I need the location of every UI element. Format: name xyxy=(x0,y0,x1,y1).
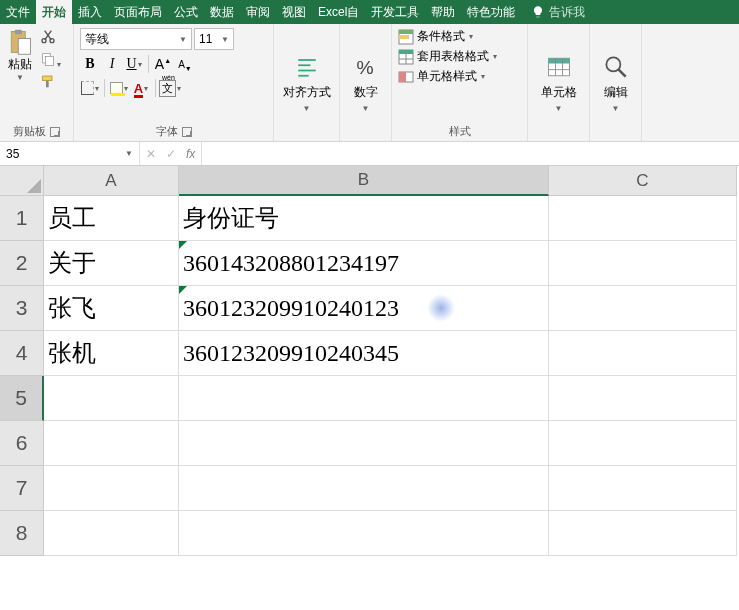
cell[interactable] xyxy=(549,511,737,556)
cell[interactable] xyxy=(179,376,549,421)
font-size-select[interactable]: 11▼ xyxy=(194,28,234,50)
cell-style-button[interactable]: 单元格样式▾ xyxy=(398,68,497,85)
cell[interactable] xyxy=(549,466,737,511)
dropdown-icon: ▼ xyxy=(179,35,187,44)
italic-button[interactable]: I xyxy=(102,54,122,74)
cell[interactable] xyxy=(549,331,737,376)
bold-button[interactable]: B xyxy=(80,54,100,74)
row-header[interactable]: 2 xyxy=(0,241,44,286)
row-header[interactable]: 8 xyxy=(0,511,44,556)
name-box[interactable]: 35 ▼ xyxy=(0,142,140,165)
group-font-label: 字体 xyxy=(156,124,178,139)
font-color-button[interactable]: A▾ xyxy=(131,78,151,98)
tell-me-search[interactable]: 告诉我 xyxy=(525,0,591,24)
cursor-highlight xyxy=(427,294,455,322)
col-header-C[interactable]: C xyxy=(549,166,737,196)
editing-button[interactable]: 编辑 ▼ xyxy=(596,53,635,113)
tab-data[interactable]: 数据 xyxy=(204,0,240,24)
cell[interactable]: 张飞 xyxy=(44,286,179,331)
dialog-launcher-icon[interactable] xyxy=(182,127,192,137)
select-all-corner[interactable] xyxy=(0,166,44,196)
tab-review[interactable]: 审阅 xyxy=(240,0,276,24)
cell[interactable]: 360123209910240345 xyxy=(179,331,549,376)
tab-excelauto[interactable]: Excel自 xyxy=(312,0,365,24)
cell[interactable] xyxy=(44,466,179,511)
svg-rect-1 xyxy=(15,30,22,34)
cancel-icon[interactable]: ✕ xyxy=(146,147,156,161)
cell[interactable] xyxy=(44,511,179,556)
tell-me-label: 告诉我 xyxy=(549,4,585,21)
underline-button[interactable]: U▾ xyxy=(124,54,144,74)
cell[interactable] xyxy=(549,376,737,421)
col-header-B[interactable]: B xyxy=(179,166,549,196)
cell[interactable] xyxy=(549,286,737,331)
cell[interactable]: 张机 xyxy=(44,331,179,376)
dialog-launcher-icon[interactable] xyxy=(50,127,60,137)
fill-color-button[interactable]: ▾ xyxy=(109,78,129,98)
cells-button[interactable]: 单元格 ▼ xyxy=(534,53,583,113)
copy-button[interactable]: ▾ xyxy=(40,51,61,70)
svg-rect-7 xyxy=(43,76,52,81)
tab-home[interactable]: 开始 xyxy=(36,0,72,24)
cell[interactable] xyxy=(44,421,179,466)
row-header[interactable]: 5 xyxy=(0,376,44,421)
col-header-A[interactable]: A xyxy=(44,166,179,196)
cell[interactable] xyxy=(179,511,549,556)
row-header[interactable]: 7 xyxy=(0,466,44,511)
cell[interactable] xyxy=(44,376,179,421)
spreadsheet-grid[interactable]: A B C 1 员工 身份证号 2 关于 360143208801234197 … xyxy=(0,166,739,556)
cut-button[interactable] xyxy=(40,28,61,47)
tab-help[interactable]: 帮助 xyxy=(425,0,461,24)
grow-font-button[interactable]: A▲ xyxy=(153,54,173,74)
format-painter-button[interactable] xyxy=(40,74,61,93)
cell[interactable] xyxy=(549,241,737,286)
cell[interactable]: 360143208801234197 xyxy=(179,241,549,286)
cell[interactable] xyxy=(549,196,737,241)
formula-bar: 35 ▼ ✕ ✓ fx xyxy=(0,142,739,166)
dropdown-icon: ▼ xyxy=(221,35,229,44)
cond-format-icon xyxy=(398,29,414,45)
tab-view[interactable]: 视图 xyxy=(276,0,312,24)
row-header[interactable]: 6 xyxy=(0,421,44,466)
svg-rect-6 xyxy=(45,56,53,65)
border-icon xyxy=(81,81,94,95)
row-header[interactable]: 4 xyxy=(0,331,44,376)
tab-dev[interactable]: 开发工具 xyxy=(365,0,425,24)
formula-input[interactable] xyxy=(202,142,739,165)
cell[interactable] xyxy=(549,421,737,466)
cell[interactable] xyxy=(179,466,549,511)
borders-button[interactable]: ▾ xyxy=(80,78,100,98)
svg-rect-16 xyxy=(399,35,409,39)
tab-insert[interactable]: 插入 xyxy=(72,0,108,24)
alignment-button[interactable]: 对齐方式 ▼ xyxy=(282,53,332,113)
lightbulb-icon xyxy=(531,5,545,19)
shrink-font-button[interactable]: A▼ xyxy=(175,54,195,74)
dropdown-icon: ▼ xyxy=(125,149,133,158)
conditional-format-button[interactable]: 条件格式▾ xyxy=(398,28,497,45)
fx-icon[interactable]: fx xyxy=(186,147,195,161)
find-icon xyxy=(602,53,630,81)
tab-special[interactable]: 特色功能 xyxy=(461,0,521,24)
paste-button[interactable]: 粘贴 ▼ xyxy=(6,28,34,82)
font-name-select[interactable]: 等线▼ xyxy=(80,28,192,50)
dropdown-icon: ▼ xyxy=(303,104,311,113)
row-header[interactable]: 3 xyxy=(0,286,44,331)
group-clipboard: 粘贴 ▼ ▾ 剪贴板 xyxy=(0,24,74,141)
cell[interactable]: 员工 xyxy=(44,196,179,241)
row-header[interactable]: 1 xyxy=(0,196,44,241)
cell-style-icon xyxy=(398,69,414,85)
cell[interactable]: 360123209910240123 xyxy=(179,286,549,331)
tab-file[interactable]: 文件 xyxy=(0,0,36,24)
cell[interactable]: 身份证号 xyxy=(179,196,549,241)
svg-text:%: % xyxy=(356,57,373,78)
percent-icon: % xyxy=(352,53,380,81)
svg-point-4 xyxy=(50,39,54,43)
table-format-button[interactable]: 套用表格格式▾ xyxy=(398,48,497,65)
tab-formulas[interactable]: 公式 xyxy=(168,0,204,24)
number-format-button[interactable]: % 数字 ▼ xyxy=(346,53,385,113)
cell[interactable] xyxy=(179,421,549,466)
tab-layout[interactable]: 页面布局 xyxy=(108,0,168,24)
cell[interactable]: 关于 xyxy=(44,241,179,286)
phonetic-guide-button[interactable]: wén文▾ xyxy=(160,78,180,98)
confirm-icon[interactable]: ✓ xyxy=(166,147,176,161)
